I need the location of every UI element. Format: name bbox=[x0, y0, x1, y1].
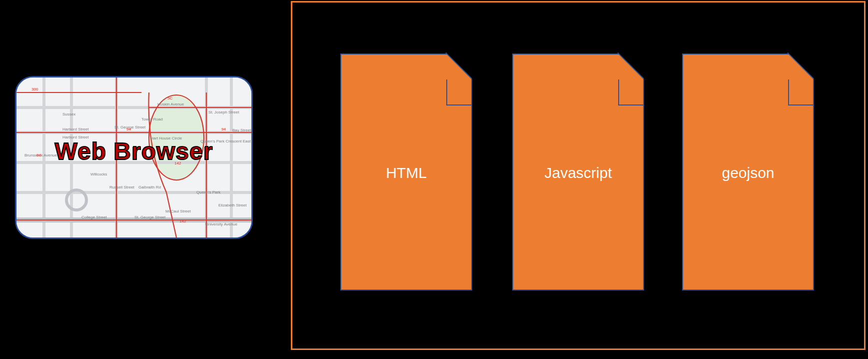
map-street-label: Galbraith Rd bbox=[138, 185, 161, 190]
files-container: HTML Javascript geojson bbox=[291, 1, 866, 350]
map-street-label: Queen's Park bbox=[196, 190, 221, 194]
map-street-label: Tower Road bbox=[141, 117, 163, 122]
map-street-label: Willcocks bbox=[90, 172, 107, 176]
map-street-label: Harbord Street bbox=[62, 127, 89, 132]
web-browser-label: Web Browser bbox=[16, 138, 251, 165]
map-street-label: Elizabeth Street bbox=[218, 203, 247, 208]
map-street-label: Hoskin Avenue bbox=[157, 102, 184, 106]
map-street-label: St. Joseph Street bbox=[208, 110, 239, 114]
file-geojson: geojson bbox=[682, 54, 814, 290]
connector-shaft bbox=[253, 158, 282, 160]
map-street-label: St. George Street bbox=[134, 215, 166, 220]
map-street-label: Bay Street bbox=[232, 128, 251, 132]
svg-text:300: 300 bbox=[31, 87, 38, 92]
svg-text:94: 94 bbox=[126, 127, 131, 132]
svg-text:94: 94 bbox=[221, 127, 226, 132]
file-javascript-label: Javascript bbox=[513, 164, 643, 182]
connector-head bbox=[282, 156, 288, 162]
file-geojson-label: geojson bbox=[683, 164, 813, 182]
map-street-label: Sussex bbox=[62, 112, 75, 116]
svg-text:5C: 5C bbox=[167, 96, 172, 100]
map-street-label: McCaul Street bbox=[165, 209, 191, 214]
file-javascript: Javascript bbox=[512, 54, 644, 290]
map-street-label: College Street bbox=[81, 215, 107, 220]
map-street-label: Russell Street bbox=[109, 185, 135, 190]
file-html-label: HTML bbox=[341, 164, 471, 182]
map-street-label: University Avenue bbox=[205, 222, 237, 226]
svg-text:142: 142 bbox=[179, 219, 186, 224]
web-browser-box: Sussex Harbord Street Harbord Street Wil… bbox=[15, 76, 253, 239]
diagram-stage: Sussex Harbord Street Harbord Street Wil… bbox=[0, 0, 868, 359]
file-html: HTML bbox=[340, 54, 472, 290]
